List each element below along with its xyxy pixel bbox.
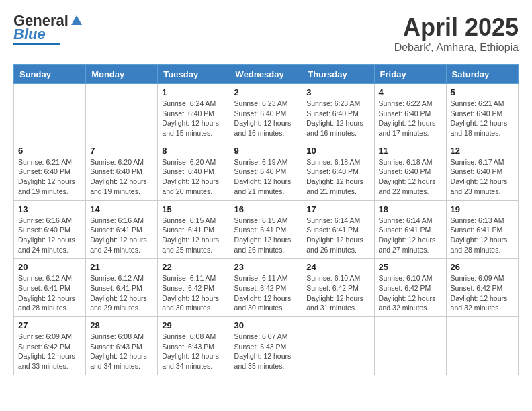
calendar-header-row: SundayMondayTuesdayWednesdayThursdayFrid…	[14, 65, 519, 84]
calendar-day-cell: 10Sunrise: 6:18 AM Sunset: 6:40 PM Dayli…	[302, 142, 374, 200]
day-number: 4	[379, 87, 442, 97]
day-info: Sunrise: 6:14 AM Sunset: 6:41 PM Dayligh…	[379, 216, 442, 255]
calendar-day-cell: 29Sunrise: 6:08 AM Sunset: 6:43 PM Dayli…	[158, 317, 230, 375]
day-of-week-header: Sunday	[14, 65, 86, 84]
day-info: Sunrise: 6:19 AM Sunset: 6:40 PM Dayligh…	[234, 157, 298, 197]
day-info: Sunrise: 6:10 AM Sunset: 6:42 PM Dayligh…	[379, 273, 442, 313]
day-info: Sunrise: 6:23 AM Sunset: 6:40 PM Dayligh…	[306, 99, 369, 138]
calendar-day-cell	[446, 317, 518, 375]
day-number: 14	[90, 204, 153, 214]
day-number: 17	[306, 204, 369, 214]
calendar-day-cell: 4Sunrise: 6:22 AM Sunset: 6:40 PM Daylig…	[374, 84, 446, 142]
calendar-subtitle: Debark', Amhara, Ethiopia	[394, 42, 519, 54]
day-info: Sunrise: 6:23 AM Sunset: 6:40 PM Dayligh…	[234, 99, 298, 138]
calendar-title: April 2025	[394, 13, 519, 42]
day-number: 29	[162, 320, 225, 330]
day-info: Sunrise: 6:10 AM Sunset: 6:42 PM Dayligh…	[306, 273, 369, 313]
day-info: Sunrise: 6:11 AM Sunset: 6:42 PM Dayligh…	[162, 273, 225, 313]
calendar-day-cell: 2Sunrise: 6:23 AM Sunset: 6:40 PM Daylig…	[230, 84, 302, 142]
day-info: Sunrise: 6:21 AM Sunset: 6:40 PM Dayligh…	[18, 157, 81, 197]
calendar-day-cell: 16Sunrise: 6:15 AM Sunset: 6:41 PM Dayli…	[230, 200, 302, 259]
calendar-day-cell: 6Sunrise: 6:21 AM Sunset: 6:40 PM Daylig…	[14, 142, 86, 200]
day-of-week-header: Tuesday	[158, 65, 230, 84]
day-number: 23	[234, 262, 298, 272]
day-number: 20	[18, 262, 81, 272]
calendar-week-row: 20Sunrise: 6:12 AM Sunset: 6:41 PM Dayli…	[14, 259, 519, 317]
day-info: Sunrise: 6:12 AM Sunset: 6:41 PM Dayligh…	[18, 273, 81, 313]
day-info: Sunrise: 6:15 AM Sunset: 6:41 PM Dayligh…	[162, 216, 225, 255]
day-info: Sunrise: 6:18 AM Sunset: 6:40 PM Dayligh…	[306, 157, 369, 197]
day-number: 11	[379, 146, 442, 156]
day-info: Sunrise: 6:15 AM Sunset: 6:41 PM Dayligh…	[234, 216, 298, 255]
calendar-day-cell: 1Sunrise: 6:24 AM Sunset: 6:40 PM Daylig…	[158, 84, 230, 142]
day-number: 13	[18, 204, 81, 214]
calendar-table: SundayMondayTuesdayWednesdayThursdayFrid…	[13, 64, 519, 375]
day-number: 26	[451, 262, 514, 272]
day-number: 7	[90, 146, 153, 156]
calendar-week-row: 27Sunrise: 6:09 AM Sunset: 6:42 PM Dayli…	[14, 317, 519, 375]
day-info: Sunrise: 6:22 AM Sunset: 6:40 PM Dayligh…	[379, 99, 442, 138]
calendar-day-cell: 5Sunrise: 6:21 AM Sunset: 6:40 PM Daylig…	[446, 84, 518, 142]
day-number: 9	[234, 146, 298, 156]
day-info: Sunrise: 6:13 AM Sunset: 6:41 PM Dayligh…	[451, 216, 514, 255]
calendar-day-cell: 27Sunrise: 6:09 AM Sunset: 6:42 PM Dayli…	[14, 317, 86, 375]
day-number: 25	[379, 262, 442, 272]
day-info: Sunrise: 6:07 AM Sunset: 6:43 PM Dayligh…	[234, 332, 298, 371]
calendar-day-cell: 17Sunrise: 6:14 AM Sunset: 6:41 PM Dayli…	[302, 200, 374, 259]
day-number: 19	[451, 204, 514, 214]
day-info: Sunrise: 6:16 AM Sunset: 6:40 PM Dayligh…	[18, 216, 81, 255]
calendar-day-cell: 30Sunrise: 6:07 AM Sunset: 6:43 PM Dayli…	[230, 317, 302, 375]
calendar-day-cell	[86, 84, 158, 142]
calendar-day-cell	[14, 84, 86, 142]
day-info: Sunrise: 6:08 AM Sunset: 6:43 PM Dayligh…	[162, 332, 225, 371]
day-number: 6	[18, 146, 81, 156]
calendar-day-cell	[374, 317, 446, 375]
calendar-day-cell: 26Sunrise: 6:09 AM Sunset: 6:42 PM Dayli…	[446, 259, 518, 317]
day-info: Sunrise: 6:08 AM Sunset: 6:43 PM Dayligh…	[90, 332, 153, 371]
day-number: 30	[234, 320, 298, 330]
calendar-day-cell: 11Sunrise: 6:18 AM Sunset: 6:40 PM Dayli…	[374, 142, 446, 200]
day-of-week-header: Thursday	[302, 65, 374, 84]
day-number: 24	[306, 262, 369, 272]
day-info: Sunrise: 6:09 AM Sunset: 6:42 PM Dayligh…	[18, 332, 81, 371]
day-info: Sunrise: 6:20 AM Sunset: 6:40 PM Dayligh…	[90, 157, 153, 197]
day-info: Sunrise: 6:18 AM Sunset: 6:40 PM Dayligh…	[379, 157, 442, 197]
logo-underline	[13, 43, 60, 45]
day-number: 10	[306, 146, 369, 156]
day-number: 12	[451, 146, 514, 156]
calendar-day-cell: 25Sunrise: 6:10 AM Sunset: 6:42 PM Dayli…	[374, 259, 446, 317]
page-header: General Blue April 2025 Debark', Amhara,…	[13, 13, 519, 54]
calendar-day-cell: 21Sunrise: 6:12 AM Sunset: 6:41 PM Dayli…	[86, 259, 158, 317]
calendar-day-cell: 28Sunrise: 6:08 AM Sunset: 6:43 PM Dayli…	[86, 317, 158, 375]
day-of-week-header: Wednesday	[230, 65, 302, 84]
day-info: Sunrise: 6:14 AM Sunset: 6:41 PM Dayligh…	[306, 216, 369, 255]
day-number: 16	[234, 204, 298, 214]
day-info: Sunrise: 6:21 AM Sunset: 6:40 PM Dayligh…	[451, 99, 514, 138]
calendar-day-cell: 8Sunrise: 6:20 AM Sunset: 6:40 PM Daylig…	[158, 142, 230, 200]
calendar-day-cell: 19Sunrise: 6:13 AM Sunset: 6:41 PM Dayli…	[446, 200, 518, 259]
calendar-day-cell: 18Sunrise: 6:14 AM Sunset: 6:41 PM Dayli…	[374, 200, 446, 259]
title-block: April 2025 Debark', Amhara, Ethiopia	[394, 13, 519, 54]
calendar-day-cell: 3Sunrise: 6:23 AM Sunset: 6:40 PM Daylig…	[302, 84, 374, 142]
calendar-week-row: 13Sunrise: 6:16 AM Sunset: 6:40 PM Dayli…	[14, 200, 519, 259]
calendar-day-cell: 15Sunrise: 6:15 AM Sunset: 6:41 PM Dayli…	[158, 200, 230, 259]
day-number: 8	[162, 146, 225, 156]
day-number: 21	[90, 262, 153, 272]
day-number: 18	[379, 204, 442, 214]
day-number: 5	[451, 87, 514, 97]
calendar-week-row: 6Sunrise: 6:21 AM Sunset: 6:40 PM Daylig…	[14, 142, 519, 200]
calendar-day-cell: 9Sunrise: 6:19 AM Sunset: 6:40 PM Daylig…	[230, 142, 302, 200]
day-number: 15	[162, 204, 225, 214]
calendar-day-cell	[302, 317, 374, 375]
calendar-day-cell: 13Sunrise: 6:16 AM Sunset: 6:40 PM Dayli…	[14, 200, 86, 259]
day-number: 22	[162, 262, 225, 272]
calendar-day-cell: 12Sunrise: 6:17 AM Sunset: 6:40 PM Dayli…	[446, 142, 518, 200]
day-info: Sunrise: 6:09 AM Sunset: 6:42 PM Dayligh…	[451, 273, 514, 313]
day-number: 28	[90, 320, 153, 330]
day-info: Sunrise: 6:12 AM Sunset: 6:41 PM Dayligh…	[90, 273, 153, 313]
day-of-week-header: Saturday	[446, 65, 518, 84]
calendar-day-cell: 7Sunrise: 6:20 AM Sunset: 6:40 PM Daylig…	[86, 142, 158, 200]
logo-icon	[70, 14, 83, 28]
day-info: Sunrise: 6:24 AM Sunset: 6:40 PM Dayligh…	[162, 99, 225, 138]
day-number: 2	[234, 87, 298, 97]
